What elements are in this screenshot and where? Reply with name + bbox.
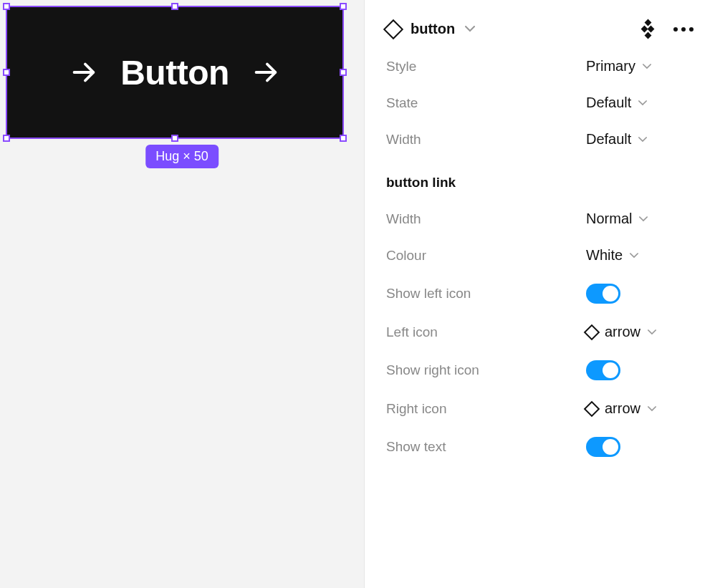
toggle-show-text[interactable] (586, 437, 620, 457)
prop-label: Show left icon (386, 286, 471, 302)
prop-right-icon[interactable]: Right icon arrow (386, 400, 694, 417)
section-title: button link (386, 175, 694, 191)
prop-value: Default (586, 95, 631, 111)
prop-value: arrow (605, 400, 640, 417)
prop-style[interactable]: Style Primary (386, 58, 694, 74)
resize-handle-tr[interactable] (340, 3, 347, 10)
chevron-down-icon (643, 64, 651, 69)
panel-header: button (386, 20, 694, 38)
resize-handle-bc[interactable] (171, 135, 178, 142)
resize-handle-tl[interactable] (3, 3, 10, 10)
toggle-show-right-icon[interactable] (586, 360, 620, 380)
resize-handle-mr[interactable] (340, 69, 347, 76)
canvas[interactable]: Button Hug × 50 (0, 0, 364, 588)
component-name: button (411, 21, 455, 37)
resize-handle-ml[interactable] (3, 69, 10, 76)
prop-label: Left icon (386, 324, 438, 340)
more-icon[interactable] (673, 27, 694, 32)
chevron-down-icon (648, 329, 656, 335)
resize-handle-bl[interactable] (3, 135, 10, 142)
component-icon (584, 324, 600, 340)
prop-value: Default (586, 131, 631, 148)
chevron-down-icon (639, 216, 648, 222)
prop-show-left-icon: Show left icon (386, 284, 694, 304)
chevron-down-icon (465, 26, 475, 32)
chevron-down-icon (648, 406, 656, 412)
prop-state[interactable]: State Default (386, 95, 694, 111)
chevron-down-icon (638, 137, 647, 143)
size-badge: Hug × 50 (145, 145, 219, 168)
prop-show-right-icon: Show right icon (386, 360, 694, 380)
button-preview: Button (7, 7, 342, 138)
resize-handle-br[interactable] (340, 135, 347, 142)
prop-label: Colour (386, 248, 426, 264)
arrow-left-icon (67, 56, 100, 89)
selected-component-frame[interactable]: Button (6, 6, 344, 139)
variants-icon[interactable] (642, 20, 653, 38)
chevron-down-icon (638, 100, 647, 106)
prop-link-colour[interactable]: Colour White (386, 247, 694, 264)
properties-panel: button Style Primary State Default (364, 0, 715, 588)
component-icon (383, 19, 403, 39)
button-label: Button (120, 53, 229, 92)
prop-value: arrow (605, 324, 640, 340)
prop-label: Show text (386, 439, 446, 455)
prop-link-width[interactable]: Width Normal (386, 211, 694, 227)
prop-value: Primary (586, 58, 635, 74)
arrow-right-icon (249, 56, 282, 89)
component-icon (584, 400, 600, 417)
prop-label: Show right icon (386, 362, 479, 378)
prop-label: Width (386, 211, 421, 227)
prop-label: Width (386, 132, 421, 148)
prop-width[interactable]: Width Default (386, 131, 694, 148)
toggle-show-left-icon[interactable] (586, 284, 620, 304)
prop-show-text: Show text (386, 437, 694, 457)
prop-value: Normal (586, 211, 632, 227)
resize-handle-tc[interactable] (171, 3, 178, 10)
prop-value: White (586, 247, 623, 264)
component-selector[interactable]: button (386, 21, 475, 37)
prop-label: Style (386, 59, 416, 74)
prop-left-icon[interactable]: Left icon arrow (386, 324, 694, 340)
prop-label: Right icon (386, 401, 447, 417)
chevron-down-icon (630, 253, 638, 259)
prop-label: State (386, 95, 418, 111)
